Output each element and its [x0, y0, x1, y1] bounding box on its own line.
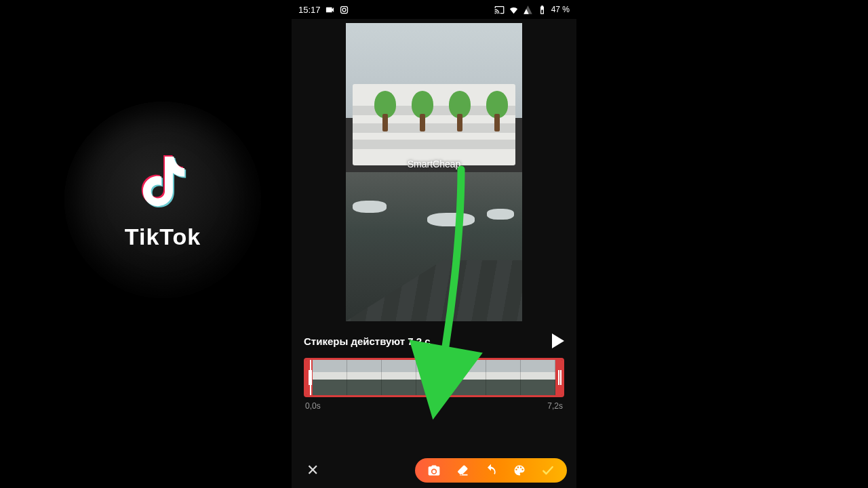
camera-icon[interactable] [427, 464, 441, 477]
videocam-icon [325, 5, 335, 15]
close-button[interactable]: ✕ [301, 459, 324, 482]
video-preview[interactable]: SmartCheap [346, 23, 522, 321]
timeline-end-label: 7,2s [547, 401, 563, 411]
timeline-start-label: 0,0s [305, 401, 321, 411]
timeline-playhead[interactable] [310, 358, 311, 397]
play-button[interactable] [552, 333, 564, 348]
preview-watermark: SmartCheap [346, 159, 522, 169]
wifi-icon [509, 5, 519, 15]
eraser-icon[interactable] [456, 464, 469, 477]
cast-icon [494, 5, 505, 15]
svg-point-1 [342, 8, 346, 12]
tiktok-logo-bubble: TikTok [64, 102, 261, 298]
toolbar-pill [415, 458, 567, 483]
palette-icon[interactable] [513, 464, 526, 477]
battery-percent: 47 % [551, 5, 570, 14]
timeline-frames[interactable] [313, 360, 555, 395]
undo-icon[interactable] [484, 464, 498, 477]
timeline-trimmer[interactable] [304, 358, 564, 397]
status-time: 15:17 [298, 5, 321, 15]
tiktok-note-icon [131, 150, 195, 214]
phone-frame: 15:17 [292, 0, 576, 488]
trim-handle-left[interactable] [306, 360, 313, 395]
svg-rect-0 [340, 6, 347, 13]
trim-handle-right[interactable] [555, 360, 562, 395]
status-bar: 15:17 [292, 0, 576, 19]
battery-icon [537, 5, 547, 15]
tiktok-label: TikTok [125, 224, 201, 250]
sticker-duration-label: Стикеры действуют 7,2 с [304, 336, 431, 347]
app-circle-icon [339, 5, 349, 15]
signal-icon [523, 5, 533, 15]
confirm-icon[interactable] [541, 464, 555, 477]
